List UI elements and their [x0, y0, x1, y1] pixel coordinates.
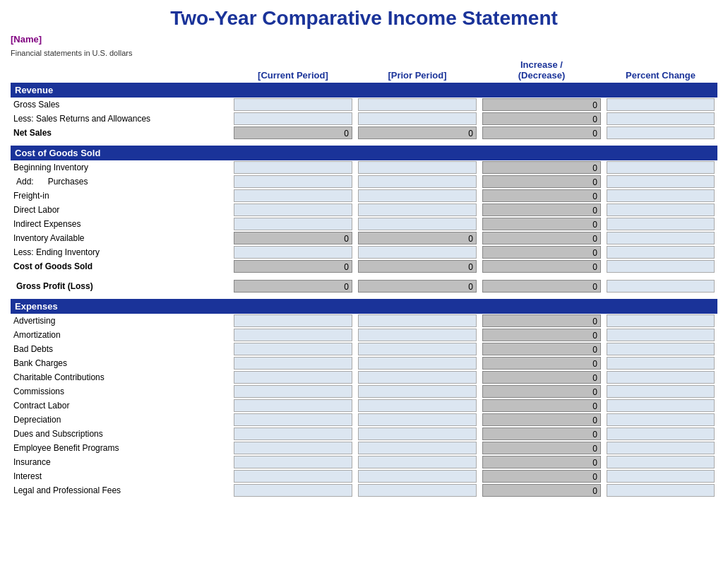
- dues-subscriptions-current[interactable]: [234, 428, 352, 440]
- employee-benefit-current[interactable]: [234, 442, 352, 454]
- sales-returns-prior-input[interactable]: [358, 112, 477, 125]
- gross-sales-current-input[interactable]: [234, 98, 352, 111]
- employee-benefit-increase: 0: [482, 442, 601, 454]
- advertising-prior[interactable]: [358, 314, 477, 327]
- gross-profit-label: Gross Profit (Loss): [11, 279, 231, 293]
- currency-note: Financial statements in U.S. dollars: [11, 49, 717, 57]
- ending-inventory-prior[interactable]: [358, 246, 477, 259]
- advertising-increase: 0: [482, 314, 601, 327]
- commissions-prior[interactable]: [358, 385, 477, 398]
- charitable-contributions-current[interactable]: [234, 371, 352, 384]
- table-row: Beginning Inventory 0: [11, 160, 717, 175]
- dues-subscriptions-increase: 0: [482, 428, 601, 440]
- dues-subscriptions-label: Dues and Subscriptions: [11, 427, 231, 441]
- table-row: Contract Labor 0: [11, 399, 717, 413]
- contract-labor-prior[interactable]: [358, 399, 477, 412]
- amortization-prior[interactable]: [358, 329, 477, 341]
- legal-fees-percent: [607, 484, 715, 497]
- bank-charges-increase: 0: [482, 357, 601, 370]
- depreciation-prior[interactable]: [358, 413, 477, 426]
- ending-inventory-label: Less: Ending Inventory: [11, 245, 231, 259]
- contract-labor-percent: [607, 399, 715, 412]
- sales-returns-label: Less: Sales Returns and Allowances: [11, 112, 231, 126]
- table-row: Legal and Professional Fees 0: [11, 483, 717, 497]
- interest-prior[interactable]: [358, 470, 477, 483]
- gross-sales-prior-input[interactable]: [358, 98, 477, 111]
- cogs-total-current: 0: [234, 260, 352, 273]
- charitable-contributions-increase: 0: [482, 371, 601, 384]
- depreciation-percent: [607, 413, 715, 426]
- indirect-expenses-prior[interactable]: [358, 218, 477, 230]
- beginning-inventory-increase: 0: [482, 161, 601, 174]
- legal-fees-prior[interactable]: [358, 484, 477, 497]
- depreciation-label: Depreciation: [11, 413, 231, 427]
- ending-inventory-increase: 0: [482, 246, 601, 259]
- depreciation-current[interactable]: [234, 413, 352, 426]
- cogs-total-percent: [607, 260, 715, 273]
- advertising-percent: [607, 314, 715, 327]
- table-row: Net Sales 0 0 0: [11, 126, 717, 140]
- bank-charges-current[interactable]: [234, 357, 352, 370]
- inventory-available-label: Inventory Available: [11, 231, 231, 245]
- legal-fees-increase: 0: [482, 484, 601, 497]
- interest-label: Interest: [11, 469, 231, 483]
- bad-debts-prior[interactable]: [358, 343, 477, 355]
- table-row: Insurance 0: [11, 455, 717, 469]
- ending-inventory-current[interactable]: [234, 246, 352, 259]
- sales-returns-percent: [607, 112, 715, 125]
- table-row: Bank Charges 0: [11, 356, 717, 370]
- amortization-increase: 0: [482, 329, 601, 341]
- advertising-current[interactable]: [234, 314, 352, 327]
- dues-subscriptions-prior[interactable]: [358, 428, 477, 440]
- bank-charges-percent: [607, 357, 715, 370]
- direct-labor-prior[interactable]: [358, 204, 477, 216]
- insurance-prior[interactable]: [358, 456, 477, 468]
- dues-subscriptions-percent: [607, 428, 715, 440]
- insurance-current[interactable]: [234, 456, 352, 468]
- indirect-expenses-current[interactable]: [234, 218, 352, 230]
- beginning-inventory-prior[interactable]: [358, 161, 477, 174]
- contract-labor-current[interactable]: [234, 399, 352, 412]
- gross-profit-prior: 0: [358, 280, 477, 293]
- beginning-inventory-current[interactable]: [234, 161, 352, 174]
- table-row: Inventory Available 0 0 0: [11, 231, 717, 245]
- company-name: [Name]: [11, 34, 717, 45]
- beginning-inventory-percent: [607, 161, 715, 174]
- employee-benefit-prior[interactable]: [358, 442, 477, 454]
- inventory-available-percent: [607, 232, 715, 244]
- bad-debts-percent: [607, 343, 715, 355]
- purchases-current[interactable]: [234, 175, 352, 188]
- purchases-prior[interactable]: [358, 175, 477, 188]
- amortization-current[interactable]: [234, 329, 352, 341]
- inventory-available-increase: 0: [482, 232, 601, 244]
- direct-labor-label: Direct Labor: [11, 203, 231, 217]
- freight-in-prior[interactable]: [358, 189, 477, 202]
- sales-returns-current-input[interactable]: [234, 112, 352, 125]
- direct-labor-increase: 0: [482, 204, 601, 216]
- interest-increase: 0: [482, 470, 601, 483]
- net-sales-current: 0: [234, 126, 352, 139]
- ending-inventory-percent: [607, 246, 715, 259]
- cogs-total-prior: 0: [358, 260, 477, 273]
- bank-charges-prior[interactable]: [358, 357, 477, 370]
- commissions-current[interactable]: [234, 385, 352, 398]
- bad-debts-current[interactable]: [234, 343, 352, 355]
- employee-benefit-percent: [607, 442, 715, 454]
- depreciation-increase: 0: [482, 413, 601, 426]
- charitable-contributions-prior[interactable]: [358, 371, 477, 384]
- inventory-available-prior: 0: [358, 232, 477, 244]
- legal-fees-current[interactable]: [234, 484, 352, 497]
- table-row: Add: Purchases 0: [11, 175, 717, 189]
- purchases-percent: [607, 175, 715, 188]
- table-row: Less: Ending Inventory 0: [11, 245, 717, 259]
- amortization-label: Amortization: [11, 328, 231, 342]
- insurance-percent: [607, 456, 715, 468]
- bad-debts-label: Bad Debts: [11, 342, 231, 356]
- interest-current[interactable]: [234, 470, 352, 483]
- freight-in-current[interactable]: [234, 189, 352, 202]
- net-sales-percent: [607, 126, 715, 139]
- insurance-increase: 0: [482, 456, 601, 468]
- insurance-label: Insurance: [11, 455, 231, 469]
- direct-labor-current[interactable]: [234, 204, 352, 216]
- indirect-expenses-label: Indirect Expenses: [11, 217, 231, 231]
